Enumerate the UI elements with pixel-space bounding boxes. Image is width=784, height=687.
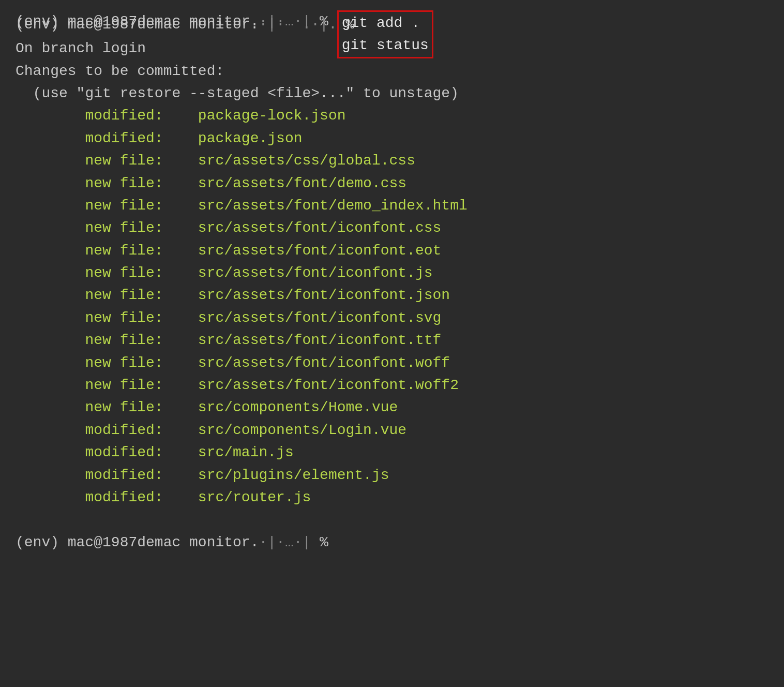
file-line: modified: src/router.js bbox=[16, 486, 768, 509]
file-path: src/router.js bbox=[198, 489, 311, 505]
prompt-line-3: (env) mac@1987demac monitor.·|·…·| % bbox=[16, 531, 768, 554]
file-status: new file: bbox=[16, 220, 198, 236]
file-path: src/assets/font/iconfont.woff2 bbox=[198, 377, 459, 393]
file-status: new file: bbox=[16, 310, 198, 326]
prompt-prefix-2: (env) mac@1987demac monitor.·|· .·|. % bbox=[16, 17, 363, 33]
file-status: new file: bbox=[16, 355, 198, 371]
file-line: new file: src/assets/css/global.css bbox=[16, 150, 768, 172]
file-status: modified: bbox=[16, 444, 198, 460]
file-line: modified: package-lock.json bbox=[16, 104, 768, 127]
file-status: new file: bbox=[16, 287, 198, 303]
file-line: new file: src/assets/font/iconfont.js bbox=[16, 262, 768, 284]
file-path: src/assets/font/iconfont.js bbox=[198, 265, 433, 281]
file-status: modified: bbox=[16, 489, 198, 505]
file-path: src/assets/font/iconfont.ttf bbox=[198, 332, 441, 348]
file-path: package.json bbox=[198, 130, 303, 146]
file-path: package-lock.json bbox=[198, 108, 346, 124]
file-status: modified: bbox=[16, 467, 198, 483]
file-line: new file: src/assets/font/iconfont.css bbox=[16, 217, 768, 239]
file-status: new file: bbox=[16, 198, 198, 214]
file-path: src/assets/css/global.css bbox=[198, 153, 415, 169]
file-status: new file: bbox=[16, 265, 198, 281]
terminal: (env) mac@1987demac monitor.·|·…·| % git… bbox=[16, 10, 768, 554]
file-status: new file: bbox=[16, 377, 198, 393]
command-git-status: git status bbox=[342, 34, 429, 56]
file-status: modified: bbox=[16, 422, 198, 438]
file-status: new file: bbox=[16, 332, 198, 348]
file-line: modified: src/main.js bbox=[16, 441, 768, 464]
file-path: src/assets/font/iconfont.svg bbox=[198, 310, 441, 326]
file-path: src/assets/font/iconfont.eot bbox=[198, 243, 441, 259]
file-path: src/assets/font/iconfont.css bbox=[198, 220, 441, 236]
changes-line: Changes to be committed: bbox=[16, 60, 768, 82]
file-status: new file: bbox=[16, 153, 198, 169]
file-path: src/assets/font/demo.css bbox=[198, 175, 406, 191]
prompt-prefix-3: (env) mac@1987demac monitor.·|·…·| % bbox=[16, 534, 328, 550]
file-path: src/plugins/element.js bbox=[198, 467, 389, 483]
file-path: src/assets/font/demo_index.html bbox=[198, 198, 468, 214]
empty-line bbox=[16, 509, 768, 531]
file-path: src/components/Home.vue bbox=[198, 399, 398, 415]
file-line: new file: src/assets/font/iconfont.json bbox=[16, 284, 768, 306]
file-status: modified: bbox=[16, 130, 198, 146]
hint-line: (use "git restore --staged <file>..." to… bbox=[16, 82, 768, 104]
file-line: new file: src/assets/font/iconfont.svg bbox=[16, 307, 768, 329]
file-status: new file: bbox=[16, 243, 198, 259]
file-path: src/assets/font/iconfont.json bbox=[198, 287, 450, 303]
file-line: modified: package.json bbox=[16, 127, 768, 150]
file-status: modified: bbox=[16, 108, 198, 124]
file-line: modified: src/components/Login.vue bbox=[16, 419, 768, 441]
file-line: new file: src/assets/font/iconfont.ttf bbox=[16, 329, 768, 351]
file-line: new file: src/assets/font/iconfont.woff bbox=[16, 352, 768, 374]
file-line: new file: src/components/Home.vue bbox=[16, 396, 768, 419]
file-status: new file: bbox=[16, 399, 198, 415]
file-line: new file: src/assets/font/demo_index.htm… bbox=[16, 195, 768, 217]
file-list: modified: package-lock.json modified: pa… bbox=[16, 104, 768, 509]
file-status: new file: bbox=[16, 175, 198, 191]
file-path: src/main.js bbox=[198, 444, 294, 460]
file-path: src/components/Login.vue bbox=[198, 422, 406, 438]
file-path: src/assets/font/iconfont.woff bbox=[198, 355, 450, 371]
file-line: new file: src/assets/font/demo.css bbox=[16, 172, 768, 195]
file-line: new file: src/assets/font/iconfont.woff2 bbox=[16, 374, 768, 396]
file-line: modified: src/plugins/element.js bbox=[16, 464, 768, 486]
file-line: new file: src/assets/font/iconfont.eot bbox=[16, 240, 768, 262]
